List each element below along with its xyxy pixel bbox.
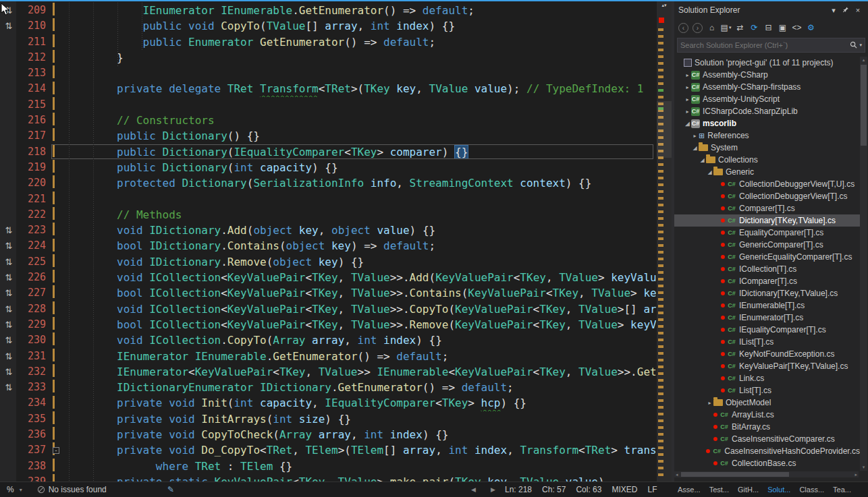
editor-vertical-scrollbar[interactable]: ▴▾ [656, 1, 672, 481]
line-number[interactable]: 239 [18, 474, 50, 481]
code-line[interactable]: 239 private static KeyValuePair<TKey, TV… [0, 474, 656, 481]
glyph-margin[interactable] [0, 50, 18, 65]
glyph-margin[interactable] [0, 65, 18, 81]
code-line[interactable]: ⇅231 IEnumerator IEnumerable.GetEnumerat… [0, 349, 656, 364]
tool-tab-solut[interactable]: Solut... [767, 486, 790, 494]
search-box[interactable]: ▾ [677, 38, 865, 53]
reference-arrows-icon[interactable]: ⇅ [0, 364, 18, 380]
code-text[interactable]: IEnumerator IEnumerable.GetEnumerator() … [65, 349, 656, 364]
code-line[interactable]: 217 public Dictionary() {} [0, 128, 656, 144]
line-number[interactable]: 223 [18, 223, 50, 238]
reference-arrows-icon[interactable]: ⇅ [0, 18, 18, 34]
collapsed-arrow-icon[interactable]: ▸ [684, 96, 691, 103]
tree-item[interactable]: C#CaseInsensitiveComparer.cs [674, 433, 860, 445]
tree-horizontal-scrollbar[interactable]: ◂ ▸ [674, 471, 859, 477]
reference-arrows-icon[interactable]: ⇅ [0, 317, 18, 332]
glyph-margin[interactable] [0, 34, 18, 50]
tree-item[interactable]: Solution 'project-gui' (11 of 11 project… [674, 57, 860, 69]
code-line[interactable]: ⇅229 bool ICollection<KeyValuePair<TKey,… [0, 317, 656, 332]
line-number[interactable]: 222 [18, 207, 50, 223]
line-number[interactable]: 227 [18, 285, 50, 301]
code-line[interactable]: 216 // Constructors [0, 113, 656, 128]
code-line[interactable]: ⇅209 IEnumerator IEnumerable.GetEnumerat… [0, 3, 656, 18]
fold-collapse-icon[interactable]: - [53, 447, 59, 454]
tree-item[interactable]: C#CollectionBase.cs [674, 457, 860, 469]
glyph-margin[interactable] [0, 411, 18, 427]
tree-item[interactable]: C#IEnumerable[T].cs [674, 299, 860, 312]
line-number[interactable]: 229 [18, 317, 50, 332]
tree-item[interactable]: ◢C#mscorlib [674, 117, 860, 129]
tool-tab-gith[interactable]: GitH... [738, 486, 759, 494]
glyph-margin[interactable] [0, 442, 18, 458]
code-text[interactable]: bool ICollection<KeyValuePair<TKey, TVal… [65, 317, 656, 332]
code-line[interactable]: ⇅210 public void CopyTo(TValue[] array, … [0, 18, 656, 34]
glyph-margin[interactable] [0, 160, 18, 175]
close-icon[interactable]: × [852, 6, 864, 14]
zoom-control[interactable]: % ▾ [7, 485, 22, 494]
expanded-arrow-icon[interactable]: ◢ [691, 145, 699, 151]
line-number[interactable]: 221 [18, 192, 50, 207]
code-text[interactable]: public Enumerator GetEnumerator() => def… [65, 34, 656, 50]
search-icon[interactable] [850, 39, 857, 51]
code-text[interactable] [65, 192, 656, 207]
code-text[interactable]: // Methods [65, 207, 656, 223]
glyph-margin[interactable] [0, 113, 18, 128]
tree-item[interactable]: C#KeyNotFoundException.cs [674, 348, 860, 360]
line-number[interactable]: 235 [18, 411, 50, 427]
window-position-icon[interactable]: ▾ [828, 6, 840, 15]
line-number[interactable]: 236 [18, 427, 50, 442]
line-indicator[interactable]: Ln: 218 [505, 485, 532, 494]
glyph-margin[interactable] [0, 144, 18, 160]
line-number[interactable]: 209 [18, 3, 50, 18]
line-number[interactable]: 225 [18, 254, 50, 270]
code-text[interactable] [65, 97, 656, 113]
tree-vertical-scrollbar[interactable]: ▴ ▾ [860, 57, 867, 471]
line-number[interactable]: 224 [18, 238, 50, 254]
code-line[interactable]: ⇅226 void ICollection<KeyValuePair<TKey,… [0, 270, 656, 285]
code-text[interactable]: private delegate TRet Transform<TRet>(TK… [65, 81, 656, 96]
scrollbar-thumb[interactable] [681, 472, 789, 477]
search-input[interactable] [680, 41, 850, 49]
tree-item[interactable]: C#ArrayList.cs [674, 409, 860, 421]
tree-item[interactable]: ▸C#Assembly-CSharp-firstpass [674, 81, 860, 93]
code-text[interactable]: private void InitArrays(int size) {} [65, 411, 656, 427]
tree-item[interactable]: C#Link.cs [674, 372, 860, 384]
code-line[interactable]: ⇅230 void ICollection.CopyTo(Array array… [0, 332, 656, 348]
line-number[interactable]: 218 [18, 144, 50, 160]
home-icon[interactable]: ⌂ [705, 22, 718, 34]
tree-item[interactable]: ◢Generic [674, 166, 860, 178]
tree-item[interactable]: C#Dictionary[TKey,TValue].cs [674, 214, 860, 227]
tree-item[interactable]: C#EqualityComparer[T].cs [674, 227, 860, 239]
line-number[interactable]: 230 [18, 332, 50, 348]
code-text[interactable]: void ICollection<KeyValuePair<TKey, TVal… [65, 270, 656, 285]
reference-arrows-icon[interactable]: ⇅ [0, 238, 18, 254]
line-number[interactable]: 233 [18, 380, 50, 395]
scrollbar-thumb[interactable] [861, 65, 867, 146]
tree-item[interactable]: C#ICollection[T].cs [674, 263, 860, 275]
expanded-arrow-icon[interactable]: ◢ [706, 169, 713, 175]
code-text[interactable]: bool ICollection<KeyValuePair<TKey, TVal… [65, 285, 656, 301]
code-line[interactable]: 215 [0, 97, 656, 113]
collapse-all-icon[interactable]: ⊟ [762, 22, 775, 34]
line-number[interactable]: 215 [18, 97, 50, 113]
character-indicator[interactable]: Ch: 57 [542, 485, 566, 494]
collapsed-arrow-icon[interactable]: ▸ [684, 84, 691, 90]
reference-arrows-icon[interactable]: ⇅ [0, 223, 18, 238]
encoding-indicator[interactable]: MIXED [612, 485, 637, 494]
solution-explorer-titlebar[interactable]: Solution Explorer ▾ × [674, 1, 868, 19]
glyph-margin[interactable] [0, 395, 18, 411]
code-line[interactable]: ⇅233 IDictionaryEnumerator IDictionary.G… [0, 380, 656, 395]
column-indicator[interactable]: Col: 63 [576, 485, 601, 494]
code-text[interactable] [65, 65, 656, 81]
line-number[interactable]: 237 [18, 442, 50, 458]
line-number[interactable]: 216 [18, 113, 50, 128]
code-text[interactable]: // Constructors [65, 113, 656, 128]
code-line[interactable]: 220 protected Dictionary(SerializationIn… [0, 175, 656, 191]
properties-icon[interactable]: ⚙ [805, 22, 817, 34]
code-line[interactable]: ⇅232 IEnumerator<KeyValuePair<TKey, TVal… [0, 364, 656, 380]
tree-item[interactable]: C#IEqualityComparer[T].cs [674, 324, 860, 336]
glyph-margin[interactable] [0, 427, 18, 442]
collapsed-arrow-icon[interactable]: ▸ [684, 72, 691, 78]
collapsed-arrow-icon[interactable]: ▸ [684, 109, 691, 115]
scroll-up-arrow-icon[interactable]: ▴ [860, 57, 867, 63]
